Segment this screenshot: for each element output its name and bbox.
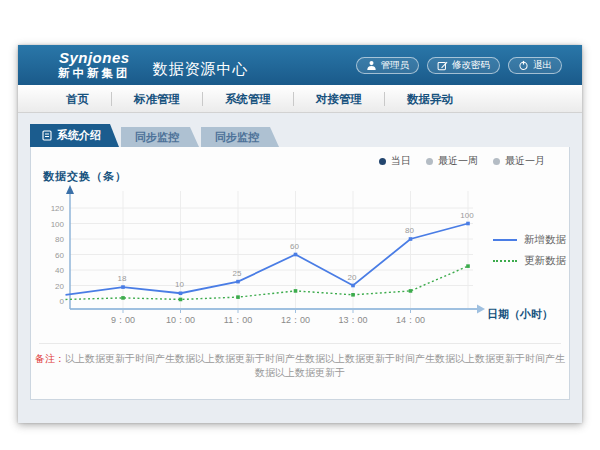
logo-text-cn: 新中新集团: [58, 68, 131, 80]
note-text: 以上数据更新于时间产生数据以上数据更新于时间产生数据以上数据更新于时间产生数据以…: [65, 353, 565, 378]
logout-button[interactable]: 退出: [508, 57, 562, 74]
svg-text:80: 80: [55, 235, 64, 244]
svg-text:40: 40: [55, 266, 64, 275]
legend-item-new-data: 新增数据: [493, 231, 566, 249]
tab-system-intro[interactable]: 系统介绍: [30, 124, 119, 147]
svg-text:11：00: 11：00: [224, 315, 252, 325]
logout-label: 退出: [533, 59, 552, 72]
edit-icon: [437, 60, 448, 71]
nav-item-home[interactable]: 首页: [44, 92, 111, 106]
svg-text:20: 20: [348, 273, 357, 282]
tab-sync-monitor-1[interactable]: 同步监控: [121, 127, 199, 147]
logo-primary: Synjones: [59, 49, 130, 66]
svg-text:100: 100: [51, 220, 65, 229]
tab-bar: 系统介绍 同步监控 同步监控: [18, 124, 582, 147]
main-nav: 首页 标准管理 系统管理 对接管理 数据异动: [18, 85, 582, 113]
svg-text:120: 120: [51, 204, 65, 213]
nav-item-system-mgmt[interactable]: 系统管理: [202, 92, 293, 106]
note-prefix: 备注：: [35, 353, 65, 364]
tab-label: 同步监控: [135, 130, 179, 145]
tab-label: 系统介绍: [57, 128, 101, 143]
svg-text:9：00: 9：00: [111, 315, 135, 325]
svg-text:25: 25: [233, 269, 242, 278]
svg-text:80: 80: [405, 226, 414, 235]
svg-text:13：00: 13：00: [338, 315, 367, 325]
nav-item-interface-mgmt[interactable]: 对接管理: [293, 92, 384, 106]
nav-item-standard-mgmt[interactable]: 标准管理: [111, 92, 202, 106]
tab-sync-monitor-2[interactable]: 同步监控: [201, 127, 279, 147]
chart-legend: 新增数据 更新数据: [493, 231, 566, 273]
page-window: Synjones 新中新集团 数据资源中心 管理员 修改密码: [18, 45, 582, 423]
content-area: 系统介绍 同步监控 同步监控 当日 最: [18, 124, 582, 434]
admin-user-button[interactable]: 管理员: [356, 57, 420, 74]
solid-line-icon: [493, 239, 517, 241]
svg-text:0: 0: [60, 297, 65, 306]
svg-text:100: 100: [460, 211, 474, 220]
change-password-button[interactable]: 修改密码: [427, 57, 500, 74]
svg-text:12：00: 12：00: [281, 315, 310, 325]
svg-text:60: 60: [290, 242, 299, 251]
app-header: Synjones 新中新集团 数据资源中心 管理员 修改密码: [18, 45, 582, 85]
legend-label: 新增数据: [524, 233, 566, 247]
svg-text:18: 18: [118, 274, 127, 283]
logo: Synjones 新中新集团: [58, 50, 131, 80]
document-icon: [42, 130, 52, 141]
svg-text:10: 10: [175, 280, 184, 289]
header-actions: 管理员 修改密码 退出: [356, 57, 571, 74]
chart-panel: 当日 最近一周 最近一月 数据交换（条） 0204060801001209：00…: [30, 147, 570, 400]
dotted-line-icon: [493, 260, 517, 262]
tab-label: 同步监控: [215, 130, 259, 145]
x-axis-title: 日期（小时）: [487, 307, 553, 322]
legend-item-update-data: 更新数据: [493, 252, 566, 270]
svg-text:14：00: 14：00: [396, 315, 425, 325]
page-title: 数据资源中心: [153, 60, 249, 79]
footer-note: 备注：以上数据更新于时间产生数据以上数据更新于时间产生数据以上数据更新于时间产生…: [31, 352, 569, 380]
svg-text:20: 20: [55, 282, 64, 291]
nav-item-data-change[interactable]: 数据异动: [384, 92, 475, 106]
note-divider: [39, 343, 561, 344]
user-icon: [366, 60, 377, 71]
admin-user-label: 管理员: [381, 59, 410, 72]
change-password-label: 修改密码: [452, 59, 490, 72]
logo-text-en: Synjones: [58, 50, 131, 65]
svg-text:60: 60: [55, 251, 64, 260]
power-icon: [518, 60, 529, 71]
svg-text:10：00: 10：00: [166, 315, 195, 325]
screen: Synjones 新中新集团 数据资源中心 管理员 修改密码: [0, 0, 600, 450]
legend-label: 更新数据: [524, 254, 566, 268]
